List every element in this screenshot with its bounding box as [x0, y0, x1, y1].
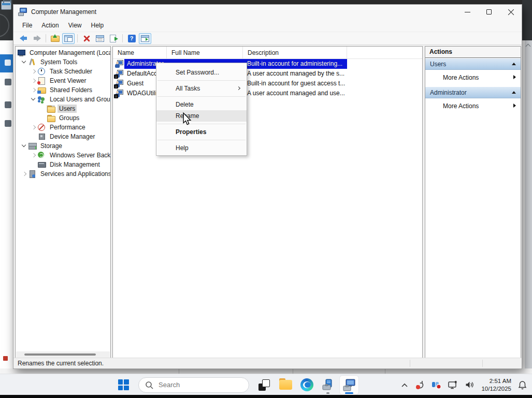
show-console-tree-button[interactable]: [62, 33, 75, 44]
more-actions-users[interactable]: More Actions: [425, 71, 521, 84]
more-actions-administrator[interactable]: More Actions: [425, 99, 521, 112]
chevron-down-icon[interactable]: [21, 142, 28, 150]
shared-folders-icon: [37, 86, 46, 94]
tree-item-task-scheduler[interactable]: Task Scheduler: [16, 67, 110, 76]
close-icon: [508, 9, 514, 16]
tree-item-event-viewer[interactable]: Event Viewer: [16, 76, 110, 85]
column-header-full-name[interactable]: Full Name: [167, 47, 243, 58]
forward-icon: [33, 35, 41, 41]
taskbar-search[interactable]: [138, 377, 249, 393]
chevron-right-icon[interactable]: [30, 124, 37, 131]
tree-item-device-manager[interactable]: Device Manager: [16, 132, 110, 141]
file-explorer-icon: [279, 380, 292, 390]
user-description: Built-in account for administering...: [247, 59, 347, 69]
computer-management-taskbar-button[interactable]: [340, 376, 358, 394]
tree-item-groups[interactable]: Groups: [16, 113, 110, 123]
tree-item-storage[interactable]: Storage: [16, 141, 110, 151]
chevron-down-icon[interactable]: [21, 58, 28, 66]
task-view-button[interactable]: [255, 376, 274, 394]
system-tools-icon: [28, 58, 36, 66]
delete-button[interactable]: [80, 33, 93, 44]
forward-button[interactable]: [31, 33, 43, 44]
menu-item-rename[interactable]: Rename: [156, 110, 247, 122]
menu-item-properties[interactable]: Properties: [156, 126, 247, 138]
maximize-button[interactable]: [478, 5, 500, 19]
help-button[interactable]: [125, 33, 138, 44]
bell-icon: [518, 380, 527, 390]
tree-item-system-tools[interactable]: System Tools: [16, 57, 110, 67]
task-scheduler-icon: [37, 68, 46, 75]
display-tray-icon[interactable]: [448, 381, 458, 389]
actions-pane-title: Actions: [425, 47, 521, 58]
file-explorer-button[interactable]: [276, 376, 295, 394]
scrollbar-thumb[interactable]: [24, 353, 96, 356]
menu-file[interactable]: File: [18, 20, 37, 31]
storage-icon: [28, 142, 36, 150]
properties-button[interactable]: [94, 33, 106, 44]
background-nav-selected-fragment: [0, 54, 13, 72]
show-console-tree-icon: [64, 35, 73, 42]
help-icon: [128, 35, 136, 42]
user-description: A user account managed and use...: [247, 89, 347, 98]
edge-button[interactable]: [297, 376, 316, 394]
up-one-level-button[interactable]: [49, 33, 61, 44]
chevron-right-icon[interactable]: [30, 68, 37, 75]
volume-tray-icon[interactable]: [465, 381, 475, 389]
background-icon-fragment: [5, 79, 11, 85]
tree-item-users[interactable]: Users: [16, 104, 110, 113]
properties-icon: [96, 35, 104, 42]
hidden-icons-button[interactable]: [401, 382, 408, 388]
computer-management-icon: [342, 378, 356, 392]
search-input[interactable]: [157, 380, 235, 389]
menu-separator: [157, 80, 246, 81]
export-list-button[interactable]: [107, 33, 120, 44]
collapse-section-icon[interactable]: [512, 63, 516, 65]
notifications-button[interactable]: [518, 380, 527, 390]
tree-item-shared-folders[interactable]: Shared Folders: [16, 85, 110, 95]
close-button[interactable]: [500, 5, 522, 19]
chevron-down-icon[interactable]: [30, 96, 37, 103]
menu-item-all-tasks[interactable]: All Tasks: [156, 83, 247, 94]
submenu-arrow-icon: [513, 104, 516, 108]
minimize-button[interactable]: [456, 5, 478, 19]
running-indicator: [326, 392, 329, 394]
server-status-tray-icon[interactable]: [432, 380, 441, 389]
start-button[interactable]: [114, 376, 133, 394]
chevron-up-icon: [401, 382, 408, 388]
collapse-section-icon[interactable]: [512, 91, 516, 94]
chevron-right-icon[interactable]: [30, 77, 37, 84]
column-header-description[interactable]: Description: [243, 47, 347, 58]
tree-item-services-and-applications[interactable]: Services and Applications: [16, 169, 110, 179]
title-bar[interactable]: Computer Management: [13, 5, 522, 19]
chevron-right-icon[interactable]: [30, 152, 37, 159]
show-action-pane-button[interactable]: [139, 33, 151, 44]
task-view-icon: [258, 379, 270, 391]
chevron-right-icon[interactable]: [30, 86, 37, 94]
tree-item-performance[interactable]: Performance: [16, 123, 110, 132]
menu-item-delete[interactable]: Delete: [156, 99, 247, 110]
menu-help[interactable]: Help: [87, 20, 109, 31]
tree-horizontal-scrollbar[interactable]: [16, 351, 110, 358]
menu-item-set-password[interactable]: Set Password...: [156, 67, 247, 78]
chevron-placeholder: [30, 133, 37, 140]
server-manager-button[interactable]: [319, 376, 337, 394]
menu-item-label: All Tasks: [176, 85, 200, 92]
back-button[interactable]: [17, 33, 30, 44]
update-pending-tray-icon[interactable]: [415, 380, 425, 390]
list-header: Name Full Name Description: [113, 47, 422, 59]
computer-icon: [17, 49, 25, 56]
menu-view[interactable]: View: [64, 20, 87, 31]
menu-item-help[interactable]: Help: [156, 142, 247, 154]
tree-item-computer-management[interactable]: Computer Management (Local): [16, 48, 110, 57]
chevron-right-icon[interactable]: [21, 170, 28, 178]
actions-section-users[interactable]: Users: [425, 58, 521, 70]
search-icon: [145, 381, 153, 389]
tree-item-disk-management[interactable]: Disk Management: [16, 160, 110, 169]
column-header-name[interactable]: Name: [113, 47, 167, 58]
background-window-titlebar-fragment: [522, 0, 532, 40]
tree-item-windows-server-backup[interactable]: Windows Server Backup: [16, 151, 110, 160]
actions-section-administrator[interactable]: Administrator: [425, 87, 521, 98]
tree-item-local-users-and-groups[interactable]: Local Users and Groups: [16, 95, 110, 104]
menu-action[interactable]: Action: [37, 20, 63, 31]
taskbar-clock[interactable]: 2:51 AM 10/12/2025: [481, 377, 511, 392]
